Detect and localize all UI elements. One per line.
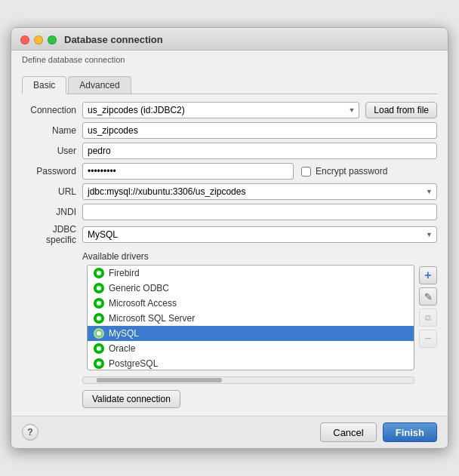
load-from-file-button[interactable]: Load from file bbox=[365, 102, 437, 118]
user-input[interactable] bbox=[82, 143, 437, 159]
user-row: User bbox=[22, 143, 437, 159]
password-row: Password Encrypt password bbox=[22, 163, 437, 180]
finish-button[interactable]: Finish bbox=[383, 422, 437, 442]
name-input[interactable] bbox=[82, 122, 437, 139]
tab-advanced[interactable]: Advanced bbox=[68, 76, 131, 94]
drivers-area: Firebird Generic ODBC Microsoft Access M… bbox=[22, 265, 437, 370]
dialog-footer: ? Cancel Finish bbox=[11, 416, 448, 448]
driver-icon-microsoft-access bbox=[94, 298, 104, 309]
horizontal-scrollbar[interactable] bbox=[82, 376, 414, 384]
name-label: Name bbox=[22, 125, 82, 136]
driver-item-mysql[interactable]: MySQL bbox=[88, 326, 414, 341]
connection-label: Connection bbox=[22, 105, 82, 115]
driver-item-oracle[interactable]: Oracle bbox=[88, 341, 414, 356]
driver-name-microsoft-access: Microsoft Access bbox=[109, 298, 177, 309]
delete-driver-button[interactable]: − bbox=[419, 330, 437, 348]
url-input[interactable] bbox=[82, 183, 437, 200]
validate-connection-button[interactable]: Validate connection bbox=[82, 390, 180, 408]
drivers-list[interactable]: Firebird Generic ODBC Microsoft Access M… bbox=[87, 265, 414, 370]
driver-icon-mysql bbox=[94, 328, 104, 339]
connection-select[interactable]: us_zipcodes (id:JDBC2) bbox=[82, 102, 359, 118]
driver-icon-oracle bbox=[94, 343, 104, 354]
connection-select-wrapper: us_zipcodes (id:JDBC2) bbox=[82, 102, 359, 118]
maximize-button[interactable] bbox=[48, 35, 57, 45]
password-label: Password bbox=[22, 166, 82, 177]
horizontal-scroll-area bbox=[22, 376, 437, 384]
driver-icon-firebird bbox=[94, 268, 104, 278]
jndi-label: JNDI bbox=[22, 207, 82, 217]
name-row: Name bbox=[22, 122, 437, 139]
driver-name-oracle: Oracle bbox=[109, 343, 135, 354]
titlebar: Database connection bbox=[11, 28, 448, 51]
minimize-button[interactable] bbox=[34, 35, 43, 45]
edit-driver-button[interactable]: ✎ bbox=[419, 287, 437, 306]
connection-row: Connection us_zipcodes (id:JDBC2) Load f… bbox=[22, 102, 437, 118]
driver-item-postgresql[interactable]: PostgreSQL bbox=[88, 356, 414, 370]
database-connection-dialog: Database connection Define database conn… bbox=[11, 27, 448, 449]
url-select-wrapper bbox=[82, 183, 437, 200]
copy-driver-button[interactable]: ⧉ bbox=[419, 309, 437, 327]
driver-name-firebird: Firebird bbox=[109, 268, 140, 278]
available-drivers-label: Available drivers bbox=[22, 251, 437, 262]
dialog-subtitle: Define database connection bbox=[11, 52, 448, 69]
close-button[interactable] bbox=[20, 35, 29, 45]
jndi-input[interactable] bbox=[82, 204, 437, 220]
user-label: User bbox=[22, 146, 82, 156]
dialog-body: Basic Advanced Connection us_zipcodes (i… bbox=[11, 69, 448, 416]
driver-item-mssql[interactable]: Microsoft SQL Server bbox=[88, 311, 414, 326]
jdbc-label: JDBC specific bbox=[22, 224, 82, 245]
driver-name-postgresql: PostgreSQL bbox=[109, 358, 158, 369]
encrypt-password-checkbox[interactable] bbox=[301, 167, 311, 177]
driver-name-mssql: Microsoft SQL Server bbox=[109, 313, 195, 324]
driver-action-buttons: + ✎ ⧉ − bbox=[419, 265, 437, 370]
driver-item-microsoft-access[interactable]: Microsoft Access bbox=[88, 296, 414, 311]
driver-item-generic-odbc[interactable]: Generic ODBC bbox=[88, 281, 414, 296]
jndi-row: JNDI bbox=[22, 204, 437, 220]
password-input[interactable] bbox=[82, 163, 294, 180]
driver-name-mysql: MySQL bbox=[109, 328, 139, 339]
driver-item-firebird[interactable]: Firebird bbox=[88, 266, 414, 281]
jdbc-select-wrapper: MySQL bbox=[82, 226, 437, 243]
footer-buttons: Cancel Finish bbox=[320, 422, 437, 442]
driver-icon-mssql bbox=[94, 313, 104, 324]
url-label: URL bbox=[22, 186, 82, 197]
jdbc-row: JDBC specific MySQL bbox=[22, 224, 437, 245]
url-row: URL bbox=[22, 183, 437, 200]
help-button[interactable]: ? bbox=[22, 424, 39, 441]
tab-bar: Basic Advanced bbox=[22, 76, 437, 94]
encrypt-password-label: Encrypt password bbox=[316, 166, 387, 177]
driver-icon-postgresql bbox=[94, 358, 104, 369]
tab-basic[interactable]: Basic bbox=[22, 76, 66, 94]
window-controls bbox=[20, 35, 57, 45]
driver-icon-generic-odbc bbox=[94, 283, 104, 293]
driver-name-generic-odbc: Generic ODBC bbox=[109, 283, 169, 293]
add-driver-button[interactable]: + bbox=[419, 266, 437, 284]
dialog-title: Database connection bbox=[64, 34, 163, 45]
validate-area: Validate connection bbox=[22, 390, 437, 408]
jdbc-select[interactable]: MySQL bbox=[82, 226, 437, 243]
cancel-button[interactable]: Cancel bbox=[320, 422, 376, 442]
